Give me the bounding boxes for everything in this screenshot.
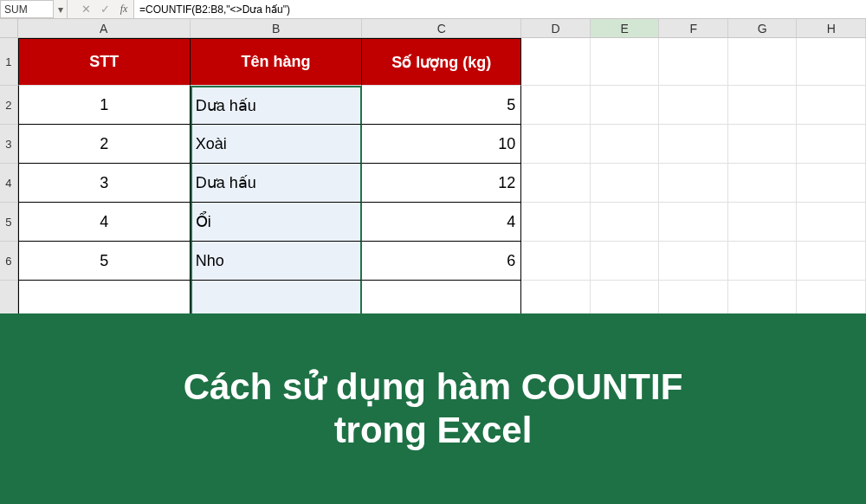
cell-A2[interactable]: 1 <box>18 86 191 125</box>
row-header-5[interactable]: 5 <box>0 203 18 242</box>
header-ten-hang[interactable]: Tên hàng <box>191 38 363 86</box>
cell-F3[interactable] <box>659 125 728 164</box>
cell-H1[interactable] <box>797 38 866 86</box>
col-header-F[interactable]: F <box>659 19 728 37</box>
cell-F5[interactable] <box>659 203 728 242</box>
cell-B4[interactable]: Dưa hấu <box>191 164 363 203</box>
row-5: 5 4 Ổi 4 <box>0 203 866 242</box>
name-box-value: SUM <box>4 3 28 16</box>
check-icon: ✓ <box>100 3 110 16</box>
cell-E6[interactable] <box>591 242 660 281</box>
cell-G6[interactable] <box>728 242 798 281</box>
cell-H6[interactable] <box>797 242 866 281</box>
enter-button[interactable]: ✓ <box>95 0 114 18</box>
cell-H2[interactable] <box>797 86 866 125</box>
banner-text: Cách sử dụng hàm COUNTIF trong Excel <box>184 365 683 453</box>
row-header-3[interactable]: 3 <box>0 125 18 164</box>
row-header-1[interactable]: 1 <box>0 38 18 86</box>
cell-B3[interactable]: Xoài <box>191 125 363 164</box>
cell-H3[interactable] <box>797 125 866 164</box>
column-headers: A B C D E F G H <box>0 19 866 38</box>
cell-E1[interactable] <box>591 38 660 86</box>
select-all-corner[interactable] <box>0 19 18 37</box>
col-header-H[interactable]: H <box>797 19 866 37</box>
cell-D1[interactable] <box>521 38 591 86</box>
fx-icon: fx <box>120 3 128 16</box>
name-box[interactable]: SUM <box>0 0 54 18</box>
cell-C4[interactable]: 12 <box>362 164 521 203</box>
col-header-A[interactable]: A <box>18 19 191 37</box>
row-header-2[interactable]: 2 <box>0 86 18 125</box>
cell-D4[interactable] <box>521 164 591 203</box>
cell-F4[interactable] <box>659 164 728 203</box>
cell-E4[interactable] <box>591 164 660 203</box>
formula-input[interactable]: =COUNTIF(B2:B8,"<>Dưa hấu") <box>133 0 866 18</box>
cell-A5[interactable]: 4 <box>18 203 191 242</box>
cell-D6[interactable] <box>521 242 591 281</box>
row-header-6[interactable]: 6 <box>0 242 18 281</box>
header-so-luong[interactable]: Số lượng (kg) <box>362 38 521 86</box>
cell-D3[interactable] <box>521 125 591 164</box>
cell-A3[interactable]: 2 <box>18 125 191 164</box>
cell-E3[interactable] <box>591 125 660 164</box>
cell-H4[interactable] <box>797 164 866 203</box>
header-stt[interactable]: STT <box>18 38 191 86</box>
cell-F1[interactable] <box>659 38 728 86</box>
x-icon: ✕ <box>81 3 91 16</box>
cell-B5[interactable]: Ổi <box>191 203 363 242</box>
col-header-G[interactable]: G <box>728 19 798 37</box>
formula-bar: SUM ▾ ✕ ✓ fx =COUNTIF(B2:B8,"<>Dưa hấu") <box>0 0 866 19</box>
row-header-4[interactable]: 4 <box>0 164 18 203</box>
cell-D2[interactable] <box>521 86 591 125</box>
chevron-down-icon: ▾ <box>58 3 63 16</box>
col-header-B[interactable]: B <box>191 19 363 37</box>
cell-G4[interactable] <box>728 164 798 203</box>
cancel-button[interactable]: ✕ <box>76 0 95 18</box>
cell-H5[interactable] <box>797 203 866 242</box>
cell-F6[interactable] <box>659 242 728 281</box>
cell-B2[interactable]: Dưa hấu <box>191 86 363 125</box>
banner-line-2: trong Excel <box>334 410 533 450</box>
insert-function-button[interactable]: fx <box>114 0 133 18</box>
cell-C6[interactable]: 6 <box>362 242 521 281</box>
cell-B6[interactable]: Nho <box>191 242 363 281</box>
cell-E2[interactable] <box>591 86 660 125</box>
cell-A4[interactable]: 3 <box>18 164 191 203</box>
row-6: 6 5 Nho 6 <box>0 242 866 281</box>
cell-A6[interactable]: 5 <box>18 242 191 281</box>
name-box-dropdown[interactable]: ▾ <box>54 0 68 18</box>
cell-G2[interactable] <box>728 86 798 125</box>
banner-line-1: Cách sử dụng hàm COUNTIF <box>184 366 683 407</box>
cell-C2[interactable]: 5 <box>362 86 521 125</box>
row-2: 2 1 Dưa hấu 5 <box>0 86 866 125</box>
cell-G5[interactable] <box>728 203 798 242</box>
cell-G1[interactable] <box>728 38 798 86</box>
formula-text: =COUNTIF(B2:B8,"<>Dưa hấu") <box>139 3 290 16</box>
cell-D5[interactable] <box>521 203 591 242</box>
cell-C3[interactable]: 10 <box>362 125 521 164</box>
row-4: 4 3 Dưa hấu 12 <box>0 164 866 203</box>
col-header-E[interactable]: E <box>591 19 660 37</box>
cell-C5[interactable]: 4 <box>362 203 521 242</box>
col-header-C[interactable]: C <box>362 19 521 37</box>
col-header-D[interactable]: D <box>521 19 591 37</box>
row-1: 1 STT Tên hàng Số lượng (kg) <box>0 38 866 86</box>
cell-E5[interactable] <box>591 203 660 242</box>
cell-G3[interactable] <box>728 125 798 164</box>
row-3: 3 2 Xoài 10 <box>0 125 866 164</box>
title-banner: Cách sử dụng hàm COUNTIF trong Excel <box>0 313 866 504</box>
cell-F2[interactable] <box>659 86 728 125</box>
